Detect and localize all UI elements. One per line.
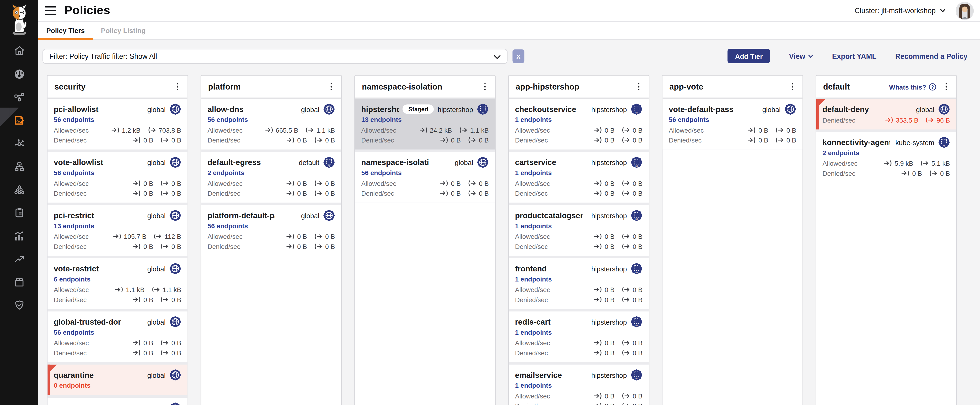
global-scope-icon [169, 369, 181, 381]
threat-defense-shield-icon[interactable] [13, 300, 25, 311]
tab-policy-tiers[interactable]: Policy Tiers [38, 22, 93, 39]
ingress-arrow-icon [594, 180, 602, 187]
view-dropdown-button[interactable]: View [789, 52, 813, 60]
endpoints-link[interactable]: 56 endpoints [54, 169, 181, 177]
tier-menu-kebab-icon[interactable] [172, 81, 183, 92]
endpoints-link[interactable]: 6 endpoints [54, 275, 181, 284]
flow-visualization-icon[interactable] [13, 137, 25, 149]
tier-menu-kebab-icon[interactable] [788, 81, 797, 92]
policy-card-hipstershop-gh[interactable]: hipstershop-gh…Stagedhipstershopns13 end… [355, 99, 495, 150]
tier-menu-kebab-icon[interactable] [634, 81, 644, 92]
add-tier-button[interactable]: Add Tier [727, 49, 770, 63]
ingress-arrow-icon [594, 233, 602, 239]
endpoints-tree-icon[interactable] [13, 161, 25, 172]
export-yaml-button[interactable]: Export YAML [832, 52, 877, 60]
ingress-value: 0 B [133, 180, 153, 187]
stat-row: Allowed/sec5.9 kB5.1 kB [822, 159, 950, 167]
policy-card-checkoutservice[interactable]: checkoutservicehipstershopns1 endpointsA… [509, 99, 649, 150]
stat-label: Denied/sec [822, 116, 855, 124]
timeline-trend-icon[interactable] [13, 254, 25, 265]
policy-card-global-trusted-domains[interactable]: global-trusted-domainsglobal56 endpoints… [48, 311, 188, 362]
endpoints-link[interactable]: 56 endpoints [361, 169, 488, 177]
policy-scope-label: global [301, 212, 319, 219]
stat-label: Allowed/sec [669, 126, 704, 134]
stat-label: Allowed/sec [54, 233, 89, 240]
dashboard-gauge-icon[interactable] [13, 68, 25, 80]
policy-card-konnectivity-agent[interactable]: konnectivity-agentkube-systemns2 endpoin… [816, 132, 956, 183]
policy-card-vote-allowlist[interactable]: vote-allowlistglobal56 endpointsAllowed/… [48, 152, 188, 202]
policy-card-allow-dns[interactable]: allow-dnsglobal56 endpointsAllowed/sec66… [201, 99, 341, 150]
endpoints-link[interactable]: 56 endpoints [54, 116, 181, 124]
stat-label: Denied/sec [515, 242, 548, 250]
service-graph-icon[interactable] [13, 91, 25, 103]
policy-card-security-default-pass[interactable]: security-default-passglobal [48, 398, 188, 405]
egress-arrow-icon [622, 393, 630, 399]
recommend-policy-button[interactable]: Recommend a Policy [895, 52, 967, 60]
policy-card-pci-restrict[interactable]: pci-restrictglobal13 endpointsAllowed/se… [48, 205, 188, 256]
tab-policy-listing[interactable]: Policy Listing [93, 22, 154, 39]
workloads-cluster-icon[interactable] [13, 184, 25, 195]
endpoints-link[interactable]: 1 endpoints [515, 116, 643, 124]
endpoints-link[interactable]: 0 endpoints [54, 381, 181, 390]
policy-card-emailservice[interactable]: emailservicehipstershopns1 endpointsAllo… [509, 365, 649, 405]
endpoints-link[interactable]: 56 endpoints [207, 222, 335, 231]
egress-arrow-icon [315, 233, 323, 239]
policy-card-platform-default-pass[interactable]: platform-default-passglobal56 endpointsA… [201, 205, 341, 256]
tier-menu-kebab-icon[interactable] [480, 81, 490, 92]
cluster-selector[interactable]: Cluster: jlt-msft-workshop [854, 7, 945, 14]
policy-card-vote-default-pass[interactable]: vote-default-passglobal56 endpointsAllow… [662, 99, 802, 150]
clear-filter-button[interactable]: X [512, 49, 525, 63]
policy-card-vote-restrict[interactable]: vote-restrictglobal6 endpointsAllowed/se… [48, 258, 188, 309]
global-scope-icon [169, 263, 181, 275]
tier-header: defaultWhats this?? [816, 76, 956, 99]
egress-arrow-icon [161, 190, 169, 196]
menu-hamburger-icon[interactable] [45, 6, 56, 15]
policy-name: hipstershop-gh… [361, 105, 399, 113]
policy-card-frontend[interactable]: frontendhipstershopns1 endpointsAllowed/… [509, 258, 649, 309]
endpoints-link[interactable]: 1 endpoints [515, 169, 643, 177]
calico-cat-logo[interactable] [6, 4, 32, 36]
image-assurance-box-icon[interactable] [13, 276, 25, 288]
endpoints-link[interactable]: 1 endpoints [515, 381, 643, 390]
policy-filter-dropdown[interactable]: Filter: Policy Traffic filter: Show All [42, 49, 508, 64]
endpoints-link[interactable]: 2 endpoints [207, 169, 335, 177]
tier-column-platform: platformallow-dnsglobal56 endpointsAllow… [201, 75, 342, 405]
user-avatar[interactable] [956, 2, 974, 20]
ingress-value: 0 B [133, 190, 153, 197]
policy-card-cartservice[interactable]: cartservicehipstershopns1 endpointsAllow… [509, 152, 649, 202]
policy-card-default-egress[interactable]: default-egressdefaultns2 endpointsAllowe… [201, 152, 341, 202]
policy-scope-label: global [916, 105, 934, 113]
policy-card-pci-allowlist[interactable]: pci-allowlistglobal56 endpointsAllowed/s… [48, 99, 188, 150]
svg-text:ns: ns [635, 165, 638, 167]
egress-arrow-icon [622, 190, 630, 196]
egress-value: 0 B [161, 349, 181, 357]
policy-card-namespace-isolation-default-p[interactable]: namespace-isolation-default-p…global56 e… [355, 152, 495, 202]
tier-header: namespace-isolation [355, 76, 495, 99]
endpoints-link[interactable]: 1 endpoints [515, 328, 643, 337]
ingress-value: 0 B [594, 136, 614, 144]
reports-chart-icon[interactable] [13, 230, 25, 241]
compliance-clipboard-icon[interactable] [13, 207, 25, 218]
endpoints-link[interactable]: 56 endpoints [54, 328, 181, 337]
egress-value: 0 B [929, 169, 950, 177]
egress-arrow-icon [152, 286, 160, 293]
policy-card-quarantine[interactable]: quarantineglobal0 endpoints [48, 365, 188, 395]
ingress-arrow-icon [133, 297, 141, 303]
tier-menu-kebab-icon[interactable] [326, 81, 336, 92]
endpoints-link[interactable]: 2 endpoints [822, 149, 950, 158]
ingress-arrow-icon [594, 393, 602, 399]
policy-card-default-deny[interactable]: default-denyglobalDenied/sec353.5 B96 B [816, 99, 956, 130]
policy-card-redis-cart[interactable]: redis-carthipstershopns1 endpointsAllowe… [509, 311, 649, 362]
endpoints-link[interactable]: 13 endpoints [54, 222, 181, 231]
endpoints-link[interactable]: 56 endpoints [669, 116, 796, 124]
endpoints-link[interactable]: 1 endpoints [515, 275, 643, 284]
stat-row: Denied/sec0 B0 B [361, 136, 488, 144]
home-icon[interactable] [13, 45, 25, 56]
endpoints-link[interactable]: 1 endpoints [515, 222, 643, 231]
whats-this-link[interactable]: Whats this?? [889, 83, 936, 91]
endpoints-link[interactable]: 13 endpoints [361, 116, 488, 124]
tier-menu-kebab-icon[interactable] [941, 81, 951, 92]
policy-card-productcatalogservice[interactable]: productcatalogservicehipstershopns1 endp… [509, 205, 649, 256]
endpoints-link[interactable]: 56 endpoints [207, 116, 335, 124]
global-scope-icon [169, 402, 181, 405]
